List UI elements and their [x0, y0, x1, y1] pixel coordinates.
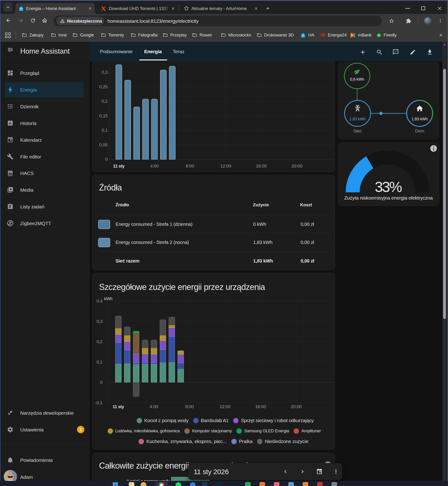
svg-text:HACS: HACS — [8, 175, 13, 177]
